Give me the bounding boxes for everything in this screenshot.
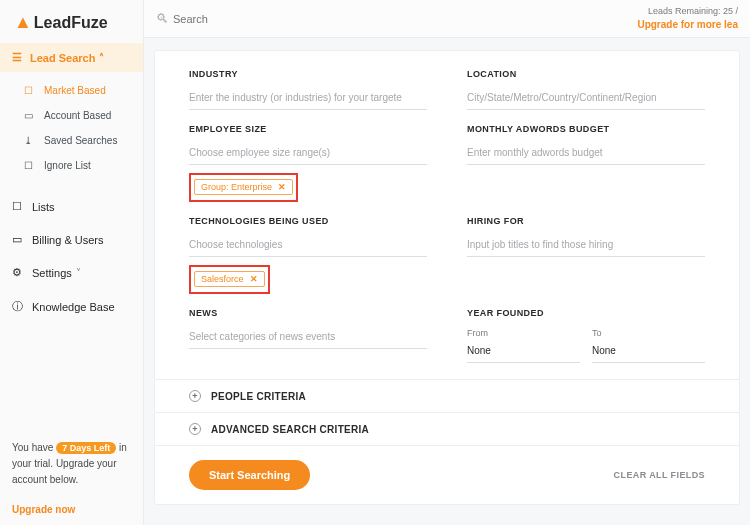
nav-billing-label: Billing & Users [32, 234, 104, 246]
employee-size-chip-highlight: Group: Enterprise ✕ [189, 173, 298, 202]
content: INDUSTRY LOCATION EMPLOYEE SIZE Group: E… [144, 38, 750, 525]
employee-size-chip-label: Group: Enterprise [201, 182, 272, 192]
topbar: 🔍︎ Leads Remaining: 25 / Upgrade for mor… [144, 0, 750, 38]
year-from-select[interactable] [467, 342, 580, 363]
brand-name: LeadFuze [34, 14, 108, 32]
topbar-right: Leads Remaining: 25 / Upgrade for more l… [637, 6, 738, 31]
sliders-icon: ☰ [12, 51, 24, 64]
people-criteria-label: PEOPLE CRITERIA [211, 391, 306, 402]
industry-field: INDUSTRY [189, 69, 427, 110]
technologies-input[interactable] [189, 236, 427, 257]
search-input[interactable] [173, 13, 293, 25]
search-icon: 🔍︎ [156, 11, 169, 26]
list-icon: ☐ [12, 200, 26, 213]
year-to-label: To [592, 328, 705, 338]
chevron-up-icon: ˄ [99, 52, 104, 63]
nav-knowledge-base[interactable]: ⓘ Knowledge Base [0, 289, 143, 324]
trial-notice: You have 7 Days Left in your trial. Upgr… [0, 430, 143, 500]
nav-saved-searches[interactable]: ⤓ Saved Searches [0, 128, 143, 153]
year-founded-field: YEAR FOUNDED From To [467, 308, 705, 363]
action-row: Start Searching CLEAR ALL FIELDS [189, 446, 705, 490]
adwords-input[interactable] [467, 144, 705, 165]
nav-account-based[interactable]: ▭ Account Based [0, 103, 143, 128]
gear-icon: ⚙ [12, 266, 26, 279]
leads-remaining: Leads Remaining: 25 / [637, 6, 738, 18]
employee-size-label: EMPLOYEE SIZE [189, 124, 427, 134]
hiring-input[interactable] [467, 236, 705, 257]
news-input[interactable] [189, 328, 427, 349]
nav-ignore-list-label: Ignore List [44, 160, 91, 171]
people-criteria-accordion[interactable]: + PEOPLE CRITERIA [155, 380, 739, 413]
download-icon: ⤓ [24, 135, 38, 146]
trial-badge: 7 Days Left [56, 442, 116, 454]
hiring-label: HIRING FOR [467, 216, 705, 226]
nav-saved-searches-label: Saved Searches [44, 135, 117, 146]
location-label: LOCATION [467, 69, 705, 79]
employee-size-chip[interactable]: Group: Enterprise ✕ [194, 179, 293, 195]
nav-lists-label: Lists [32, 201, 55, 213]
advanced-criteria-label: ADVANCED SEARCH CRITERIA [211, 424, 369, 435]
trial-prefix: You have [12, 442, 56, 453]
clipboard-icon: ☐ [24, 160, 38, 171]
main: 🔍︎ Leads Remaining: 25 / Upgrade for mor… [144, 0, 750, 525]
sidebar: ▲ LeadFuze ☰ Lead Search ˄ ☐ Market Base… [0, 0, 144, 525]
adwords-label: MONTHLY ADWORDS BUDGET [467, 124, 705, 134]
news-label: NEWS [189, 308, 427, 318]
industry-label: INDUSTRY [189, 69, 427, 79]
adwords-field: MONTHLY ADWORDS BUDGET [467, 124, 705, 202]
close-icon[interactable]: ✕ [250, 274, 258, 284]
technologies-field: TECHNOLOGIES BEING USED Salesforce ✕ [189, 216, 427, 294]
building-icon: ▭ [24, 110, 38, 121]
nav-settings-label: Settings [32, 267, 72, 279]
upgrade-now-link[interactable]: Upgrade now [0, 500, 143, 525]
upgrade-more-link[interactable]: Upgrade for more lea [637, 18, 738, 31]
start-searching-button[interactable]: Start Searching [189, 460, 310, 490]
location-field: LOCATION [467, 69, 705, 110]
nav-kb-label: Knowledge Base [32, 301, 115, 313]
clear-all-fields-link[interactable]: CLEAR ALL FIELDS [614, 470, 705, 480]
nav-lead-search[interactable]: ☰ Lead Search ˄ [0, 43, 143, 72]
briefcase-icon: ☐ [24, 85, 38, 96]
nav-account-based-label: Account Based [44, 110, 111, 121]
nav-ignore-list[interactable]: ☐ Ignore List [0, 153, 143, 178]
advanced-criteria-accordion[interactable]: + ADVANCED SEARCH CRITERIA [155, 413, 739, 446]
nav-market-based[interactable]: ☐ Market Based [0, 78, 143, 103]
technologies-chip[interactable]: Salesforce ✕ [194, 271, 265, 287]
nav-lead-search-label: Lead Search [30, 52, 95, 64]
technologies-chip-label: Salesforce [201, 274, 244, 284]
plus-icon: + [189, 423, 201, 435]
logo: ▲ LeadFuze [0, 0, 143, 43]
employee-size-input[interactable] [189, 144, 427, 165]
technologies-chip-highlight: Salesforce ✕ [189, 265, 270, 294]
employee-size-field: EMPLOYEE SIZE Group: Enterprise ✕ [189, 124, 427, 202]
plus-icon: + [189, 390, 201, 402]
close-icon[interactable]: ✕ [278, 182, 286, 192]
year-from-label: From [467, 328, 580, 338]
flame-icon: ▲ [14, 12, 32, 33]
nav-lead-search-sub: ☐ Market Based ▭ Account Based ⤓ Saved S… [0, 72, 143, 184]
search-form-card: INDUSTRY LOCATION EMPLOYEE SIZE Group: E… [154, 50, 740, 505]
info-icon: ⓘ [12, 299, 26, 314]
year-founded-label: YEAR FOUNDED [467, 308, 705, 318]
nav-market-based-label: Market Based [44, 85, 106, 96]
hiring-field: HIRING FOR [467, 216, 705, 294]
chevron-down-icon: ˅ [76, 267, 81, 278]
nav-lists[interactable]: ☐ Lists [0, 190, 143, 223]
card-icon: ▭ [12, 233, 26, 246]
nav-billing-users[interactable]: ▭ Billing & Users [0, 223, 143, 256]
location-input[interactable] [467, 89, 705, 110]
year-to-select[interactable] [592, 342, 705, 363]
news-field: NEWS [189, 308, 427, 363]
nav-settings[interactable]: ⚙ Settings ˅ [0, 256, 143, 289]
industry-input[interactable] [189, 89, 427, 110]
technologies-label: TECHNOLOGIES BEING USED [189, 216, 427, 226]
